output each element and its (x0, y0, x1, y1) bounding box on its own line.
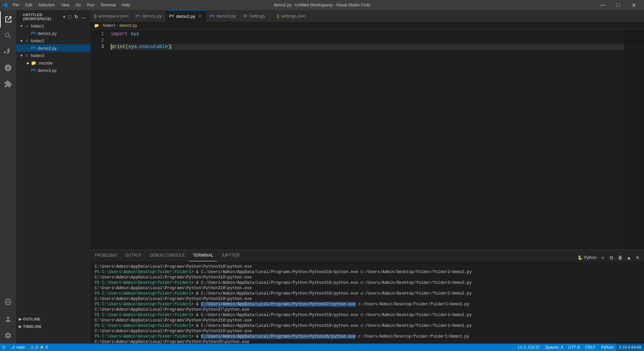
tree-item-demo1py[interactable]: PY demo1.py (16, 30, 91, 37)
sys-obj: sys (128, 44, 137, 50)
menu-edit[interactable]: Edit (22, 1, 35, 9)
error-count: 0 (36, 345, 38, 350)
sidebar-header: UNTITLED (WORKSPACE) + □ ↻ … (16, 10, 91, 22)
terminal-line-6: PS C:\Users\Admin\Desktop\folder\folder1… (95, 291, 640, 296)
menu-selection[interactable]: Selection (36, 1, 57, 9)
new-terminal-button[interactable]: + (599, 254, 606, 261)
tab-settings-json-icon: {} (277, 14, 279, 18)
tree-item-folder1[interactable]: ▼ ○ folder1 (16, 22, 91, 30)
line-ending-status[interactable]: CRLF (583, 344, 598, 351)
errors-status[interactable]: ⚠ 0 ⚡ 0 (28, 344, 50, 351)
editor[interactable]: 1 2 3 import sys print(sys.executable) (91, 29, 644, 250)
breadcrumb-file-label[interactable]: demo2.py (119, 23, 137, 28)
warning-icon: ⚡ (39, 345, 44, 350)
panel-tabs: PROBLEMS OUTPUT DEBUG CONSOLE TERMINAL J… (91, 250, 644, 261)
accounts-activity-icon[interactable] (0, 311, 16, 327)
encoding-status[interactable]: UTF-8 (566, 344, 583, 351)
menu-file[interactable]: File (10, 1, 22, 9)
terminal-line-12: PS C:\Users\Admin\Desktop\folder\folder1… (95, 323, 640, 328)
folder1-icon: ○ (24, 23, 30, 29)
breadcrumb-folder[interactable]: 📁 (94, 23, 99, 28)
close-button[interactable]: ✕ (626, 0, 641, 10)
cursor-position-label: Ln 3, Col 22 (518, 345, 540, 350)
panel-tab-problems[interactable]: PROBLEMS (91, 250, 121, 261)
search-activity-icon[interactable] (0, 28, 16, 44)
git-branch-icon: ⎇ (10, 345, 15, 350)
menu-go[interactable]: Go (73, 1, 84, 9)
tab-demo1py-label: demo1.py (143, 13, 162, 18)
error-icon: ⚠ (31, 345, 34, 350)
explorer-activity-icon[interactable] (0, 11, 16, 28)
tree-arrow-demo2py (26, 45, 31, 51)
tab-settings-label: Settings (249, 13, 265, 18)
new-file-button[interactable]: + (62, 13, 66, 20)
panel-tab-output[interactable]: OUTPUT (121, 250, 146, 261)
outline-section-header[interactable]: ▶ OUTLINE (16, 315, 91, 323)
terminal-line-13: C:\Users\Admin\AppData\Local\Programs\Py… (95, 328, 640, 334)
tree-item-folder3[interactable]: ▼ ○ folder3 (16, 52, 91, 59)
tab-demo2py-label: demo2.py (176, 14, 195, 19)
tree-item-vscode[interactable]: ▶ 📁 .vscode (16, 59, 91, 67)
terminal-content[interactable]: C:\Users\Admin\AppData\Local\Programs\Py… (91, 261, 644, 344)
maximize-panel-button[interactable]: ▲ (625, 254, 633, 261)
cursor-position-status[interactable]: Ln 3, Col 22 (515, 344, 542, 351)
tab-workspace-json[interactable]: {} workspace.json (91, 10, 132, 22)
menu-help[interactable]: Help (119, 1, 133, 9)
open-paren: ( (126, 44, 128, 50)
python-version-status[interactable]: 3.10.4 64-bit (616, 344, 644, 351)
code-line-3: print(sys.executable) (111, 44, 644, 50)
settings-activity-icon[interactable] (0, 327, 16, 344)
tree-item-demo3py[interactable]: PY demo3.py (16, 67, 91, 74)
timeline-section-header[interactable]: ▶ TIMELINE (16, 323, 91, 330)
outline-label: OUTLINE (23, 317, 41, 321)
line-num-3: 3 (91, 44, 104, 50)
extensions-activity-icon[interactable] (0, 76, 16, 92)
minimize-button[interactable]: — (595, 0, 610, 10)
folder2-icon: ○ (24, 38, 30, 43)
demo1py-icon: PY (31, 31, 36, 36)
menu-terminal[interactable]: Terminal (98, 1, 118, 9)
maximize-button[interactable]: □ (610, 0, 626, 10)
tree-arrow-vscode: ▶ (26, 60, 31, 65)
panel-toolbar: 🐍 Python + ⧉ 🗑 ▲ ✕ (578, 254, 644, 261)
menu-run[interactable]: Run (84, 1, 97, 9)
code-area[interactable]: import sys print(sys.executable) (107, 29, 644, 250)
kill-terminal-button[interactable]: 🗑 (616, 254, 624, 261)
tab-demo3py[interactable]: PY demo3.py (206, 10, 240, 22)
tab-settings[interactable]: ⚙ Settings (240, 10, 274, 22)
language-status[interactable]: Python (598, 344, 616, 351)
titlebar: File Edit Selection View Go Run Terminal… (0, 0, 644, 10)
indent-status[interactable]: Spaces: 4 (542, 344, 565, 351)
new-folder-button[interactable]: □ (68, 13, 72, 20)
breadcrumb-folder-label[interactable]: folder2 (103, 23, 115, 28)
branch-status[interactable]: ⎇ main (8, 344, 28, 351)
terminal-line-9: C:\Users\Admin\AppData\Local\Programs\Py… (95, 307, 640, 312)
code-line-1: import sys (111, 31, 644, 37)
tab-demo2py[interactable]: PY demo2.py ✕ (166, 10, 206, 22)
sys-module: sys (131, 31, 139, 37)
language-label: Python (601, 345, 613, 350)
tab-demo2py-close-button[interactable]: ✕ (197, 13, 203, 19)
tree-item-demo2py[interactable]: PY demo2.py (16, 44, 91, 52)
panel-tab-debug-console[interactable]: DEBUG CONSOLE (146, 250, 189, 261)
tab-demo1py[interactable]: PY demo1.py (132, 10, 166, 22)
panel-tab-jupyter[interactable]: JUPYTER (217, 250, 244, 261)
titlebar-left: File Edit Selection View Go Run Terminal… (3, 1, 133, 9)
code-line-2 (111, 37, 644, 44)
terminal-line-10: PS C:\Users\Admin\Desktop\folder\folder1… (95, 312, 640, 318)
run-debug-activity-icon[interactable] (0, 60, 16, 76)
remote-explorer-activity-icon[interactable] (0, 294, 16, 310)
indent-label: Spaces: 4 (545, 345, 563, 350)
collapse-all-button[interactable]: … (80, 13, 87, 20)
refresh-explorer-button[interactable]: ↻ (73, 13, 79, 20)
tab-settings-json[interactable]: {} settings.json (274, 10, 309, 22)
tree-item-folder2[interactable]: ▼ ○ folder2 (16, 37, 91, 44)
split-terminal-button[interactable]: ⧉ (608, 254, 615, 261)
tab-demo3py-icon: PY (210, 14, 215, 18)
close-panel-button[interactable]: ✕ (634, 254, 641, 261)
source-control-activity-icon[interactable] (0, 44, 16, 60)
menu-view[interactable]: View (58, 1, 72, 9)
panel-tab-terminal[interactable]: TERMINAL (189, 250, 217, 261)
minimap (624, 29, 644, 250)
remote-status[interactable]: ⎘ (0, 344, 8, 351)
